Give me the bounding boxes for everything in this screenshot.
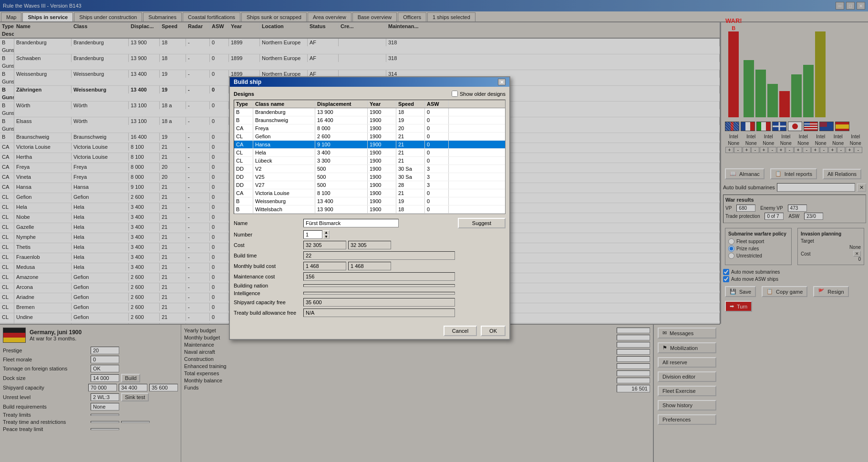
design-row-1[interactable]: BBrandenburg13 9001900180 xyxy=(234,108,505,116)
number-spinner: ▲ ▼ xyxy=(303,230,455,239)
shipyard-capacity-value: 35 600 xyxy=(303,298,455,307)
spinner-down[interactable]: ▼ xyxy=(323,235,330,239)
design-row-4[interactable]: CLGefion2 6001900210 xyxy=(234,133,505,141)
cost-value2: 32 305 xyxy=(348,241,391,249)
design-row-14[interactable]: BWörth13 100190018 a0 xyxy=(234,214,505,214)
design-row-3[interactable]: CAFreya8 0001900200 xyxy=(234,124,505,133)
show-older-row: Show older designs xyxy=(452,91,506,97)
design-row-12[interactable]: BWeissenburg13 4001900190 xyxy=(234,197,505,205)
dialog-footer: Cancel OK xyxy=(230,323,509,339)
treaty-allowance-value: N/A xyxy=(303,308,455,317)
build-ship-dialog: Build ship ✕ Designs Show older designs … xyxy=(229,76,510,340)
suggest-btn[interactable]: Suggest xyxy=(458,218,506,228)
design-row-2[interactable]: BBraunschweig16 4001900190 xyxy=(234,116,505,124)
build-time-value: 22 xyxy=(303,251,455,260)
design-row-6[interactable]: CLHela3 4001900210 xyxy=(234,149,505,157)
intelligence-value xyxy=(303,292,455,295)
design-row-8[interactable]: DDV2500190030 Sa3 xyxy=(234,165,505,173)
design-row-11[interactable]: CAVictoria Louise8 1001900210 xyxy=(234,189,505,197)
dialog-close-btn[interactable]: ✕ xyxy=(498,79,506,85)
monthly-build-val1: 1 468 xyxy=(303,262,346,270)
dialog-title-bar: Build ship ✕ xyxy=(230,77,509,87)
ok-btn[interactable]: OK xyxy=(481,326,506,336)
design-row-9[interactable]: DDV25500190030 Sa3 xyxy=(234,173,505,181)
monthly-build-val2: 1 468 xyxy=(348,262,391,270)
design-row-13[interactable]: BWittelsbach13 9001900180 xyxy=(234,205,505,214)
design-row-5[interactable]: CAHansa9 1001900210 xyxy=(234,141,505,149)
name-input[interactable] xyxy=(303,219,399,227)
building-nation-value xyxy=(303,284,455,287)
dialog-body: Designs Show older designs Type Class na… xyxy=(230,87,509,323)
spinner-up[interactable]: ▲ xyxy=(323,230,330,235)
cost-value1: 32 305 xyxy=(303,241,346,249)
design-row-7[interactable]: CLLübeck3 3001900210 xyxy=(234,157,505,165)
show-older-cb[interactable] xyxy=(452,91,458,97)
designs-table-header: Type Class name Displacement Year Speed … xyxy=(234,100,505,108)
maintenance-value: 156 xyxy=(303,272,455,281)
form-section: Name Suggest Number ▲ ▼ Cost 32 305 xyxy=(234,218,506,317)
design-row-10[interactable]: DDV275001900283 xyxy=(234,181,505,189)
modal-overlay: Build ship ✕ Designs Show older designs … xyxy=(0,0,868,462)
number-input[interactable] xyxy=(303,230,322,239)
cancel-btn[interactable]: Cancel xyxy=(444,326,477,336)
designs-header: Designs Show older designs xyxy=(234,91,506,97)
designs-table[interactable]: Type Class name Displacement Year Speed … xyxy=(234,100,506,214)
